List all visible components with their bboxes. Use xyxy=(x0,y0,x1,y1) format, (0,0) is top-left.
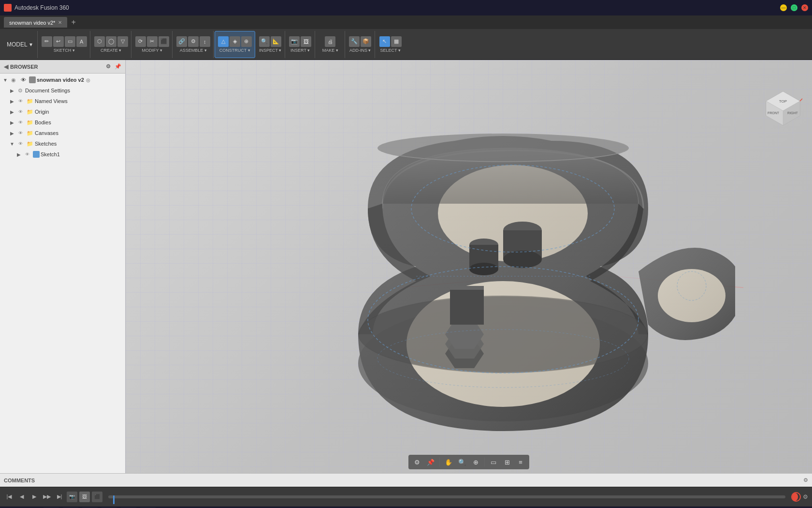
toolbar-construct[interactable]: △ ◈ ⊕ CONSTRUCT ▾ xyxy=(215,31,255,58)
addins-icon-2: 📦 xyxy=(361,36,371,47)
tree-icon-sketches-folder: 📁 xyxy=(26,140,34,148)
tree-icon-canvases-folder: 📁 xyxy=(26,129,34,137)
sketch-icon-3: ▭ xyxy=(65,36,75,47)
vp-grid-btn[interactable]: ▭ xyxy=(488,456,499,468)
tree-icon-named-views-folder: 📁 xyxy=(26,97,34,105)
svg-point-21 xyxy=(658,269,725,322)
timeline-play-btn[interactable]: ▶ xyxy=(29,492,40,502)
tree-icon-origin-eye: 👁 xyxy=(16,108,24,116)
tree-icon-root-box xyxy=(29,76,36,83)
timeline-next-btn[interactable]: ▶▶ xyxy=(42,492,52,502)
app-title: Autodesk Fusion 360 xyxy=(14,4,69,11)
toolbar-create[interactable]: ⬡ ◯ ▽ CREATE ▾ xyxy=(91,31,131,58)
viewport[interactable]: TOP RIGHT FRONT Z ⚙ 📌 ✋ 🔍 ⊕ ▭ ⊞ ≡ xyxy=(126,60,812,473)
toolbar-select[interactable]: ↖ ▦ SELECT ▾ xyxy=(376,31,405,58)
sidebar-collapse-icon[interactable]: ◀ xyxy=(4,63,8,70)
addins-label: ADD-INS ▾ xyxy=(349,48,371,53)
timeline-settings-btn[interactable]: ⚙ xyxy=(803,493,808,500)
insert-label: INSERT ▾ xyxy=(290,48,310,53)
tree-arrow-doc-settings: ▶ xyxy=(9,88,15,93)
make-label: MAKE ▾ xyxy=(322,48,338,53)
record-button[interactable] xyxy=(791,492,801,502)
make-icon-1: 🖨 xyxy=(325,36,335,47)
tree-item-bodies[interactable]: ▶ 👁 📁 Bodies xyxy=(0,117,125,128)
browser-settings-icon[interactable]: ⚙ xyxy=(106,63,111,70)
select-icon-1: ↖ xyxy=(379,36,390,47)
tree-item-sketch1[interactable]: ▶ 👁 Sketch1 xyxy=(0,149,125,160)
toolbar-modify[interactable]: ⟳ ✂ ⬛ MODIFY ▾ xyxy=(132,31,173,58)
toolbar-assemble[interactable]: 🔗 ⚙ ↕ ASSEMBLE ▾ xyxy=(174,31,214,58)
app-icon xyxy=(4,4,12,12)
svg-point-4 xyxy=(359,297,647,372)
viewport-bottom-toolbar: ⚙ 📌 ✋ 🔍 ⊕ ▭ ⊞ ≡ xyxy=(408,455,529,469)
tree-label-bodies: Bodies xyxy=(35,120,51,125)
tree-label-root: snowman video v2 xyxy=(37,77,84,83)
timeline-track[interactable] xyxy=(108,495,785,498)
tree-label-canvases: Canvases xyxy=(35,130,58,136)
close-button[interactable]: ✕ xyxy=(801,4,808,11)
inspect-icon-1: 🔍 xyxy=(259,36,270,47)
tab-bar: snowman video v2* ✕ + xyxy=(0,15,812,29)
comments-expand-icon[interactable]: ⚙ xyxy=(803,477,808,483)
tree-icon-named-views-eye: 👁 xyxy=(16,97,24,105)
sketch-icon-2: ↩ xyxy=(53,36,64,47)
svg-rect-14 xyxy=(450,286,484,325)
new-tab-button[interactable]: + xyxy=(68,17,78,28)
construct-label: CONSTRUCT ▾ xyxy=(219,48,250,53)
tree-label-origin: Origin xyxy=(35,109,49,115)
timeline-marker xyxy=(113,495,115,504)
viewport-canvas: TOP RIGHT FRONT Z ⚙ 📌 ✋ 🔍 ⊕ ▭ ⊞ ≡ xyxy=(126,60,812,473)
vp-display-settings-btn[interactable]: ⚙ xyxy=(411,456,423,468)
vp-fit-btn[interactable]: ⊕ xyxy=(470,456,481,468)
model-dropdown[interactable]: MODEL ▾ xyxy=(2,31,38,58)
vp-origin-btn[interactable]: 📌 xyxy=(425,456,436,468)
tree-item-root[interactable]: ▼ ◉ 👁 snowman video v2 ◎ xyxy=(0,75,125,85)
sketch-icon-1: ✏ xyxy=(42,36,52,47)
tab-snowman-video[interactable]: snowman video v2* ✕ xyxy=(4,17,67,28)
vp-display-mode-btn[interactable]: ⊞ xyxy=(501,456,513,468)
tree-label-sketches: Sketches xyxy=(35,141,57,147)
tree-arrow-origin: ▶ xyxy=(9,109,15,115)
svg-line-31 xyxy=(800,96,802,101)
tab-close-icon[interactable]: ✕ xyxy=(58,20,62,25)
toolbar-sketch[interactable]: ✏ ↩ ▭ A SKETCH ▾ xyxy=(39,31,90,58)
title-bar: Autodesk Fusion 360 — □ ✕ xyxy=(0,0,812,15)
tree-item-origin[interactable]: ▶ 👁 📁 Origin xyxy=(0,106,125,117)
timeline-camera-icon-1[interactable]: 📷 xyxy=(67,492,77,502)
tab-label: snowman video v2* xyxy=(9,20,55,26)
timeline-camera-icon-2[interactable]: 🖼 xyxy=(79,492,90,502)
vp-pan-btn[interactable]: ✋ xyxy=(443,456,454,468)
sidebar: ◀ BROWSER ⚙ 📌 ▼ ◉ 👁 snowman video v2 ◎ ▶… xyxy=(0,60,126,473)
maximize-button[interactable]: □ xyxy=(791,4,798,11)
svg-point-10 xyxy=(469,263,498,275)
vp-zoom-btn[interactable]: 🔍 xyxy=(456,456,468,468)
assemble-icon-3: ↕ xyxy=(200,36,210,47)
tree-label-doc-settings: Document Settings xyxy=(25,88,70,93)
browser-pin-icon[interactable]: 📌 xyxy=(115,63,121,70)
insert-icon-1: 📷 xyxy=(289,36,300,47)
tree-item-doc-settings[interactable]: ▶ ⚙ Document Settings xyxy=(0,85,125,96)
minimize-button[interactable]: — xyxy=(780,4,787,11)
view-cube[interactable]: TOP RIGHT FRONT Z xyxy=(764,89,802,128)
timeline-start-btn[interactable]: |◀ xyxy=(4,492,14,502)
tree-item-named-views[interactable]: ▶ 👁 📁 Named Views xyxy=(0,96,125,106)
main-area: ◀ BROWSER ⚙ 📌 ▼ ◉ 👁 snowman video v2 ◎ ▶… xyxy=(0,60,812,473)
toolbar-insert[interactable]: 📷 🖼 INSERT ▾ xyxy=(286,31,315,58)
timeline-camera-icon-3[interactable]: ⬛ xyxy=(92,492,102,502)
svg-point-16 xyxy=(377,134,629,163)
svg-point-7 xyxy=(503,251,542,268)
browser-header: ◀ BROWSER ⚙ 📌 xyxy=(0,60,125,74)
svg-text:FRONT: FRONT xyxy=(768,111,780,115)
vp-more-btn[interactable]: ≡ xyxy=(515,456,526,468)
tree-item-sketches[interactable]: ▼ 👁 📁 Sketches xyxy=(0,138,125,149)
timeline-prev-btn[interactable]: ◀ xyxy=(16,492,27,502)
timeline-end-btn[interactable]: ▶| xyxy=(54,492,65,502)
tree-item-canvases[interactable]: ▶ 👁 📁 Canvases xyxy=(0,128,125,138)
toolbar-addins[interactable]: 🔧 📦 ADD-INS ▾ xyxy=(346,31,375,58)
toolbar-inspect[interactable]: 🔍 📐 INSPECT ▾ xyxy=(256,31,285,58)
inspect-label: INSPECT ▾ xyxy=(259,48,281,53)
tree-root-status-icon: ◎ xyxy=(86,77,90,83)
timeline-bar: |◀ ◀ ▶ ▶▶ ▶| 📷 🖼 ⬛ ⚙ xyxy=(0,487,812,506)
toolbar: MODEL ▾ ✏ ↩ ▭ A SKETCH ▾ ⬡ ◯ ▽ CREATE ▾ … xyxy=(0,29,812,60)
toolbar-make[interactable]: 🖨 MAKE ▾ xyxy=(316,31,345,58)
